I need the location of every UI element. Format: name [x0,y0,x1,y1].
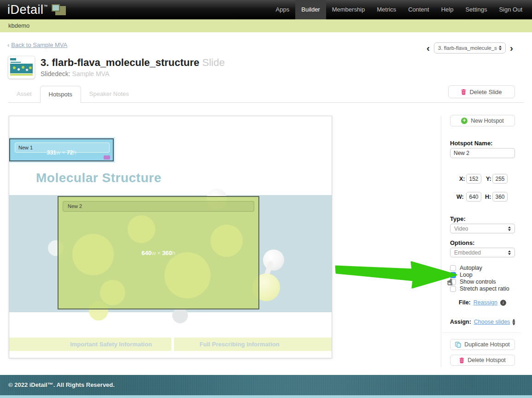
select-stepper-icon [508,226,511,231]
molecule-blob [128,215,155,243]
info-icon[interactable] [513,319,515,325]
file-label: File: [459,299,471,306]
account-name: kbdemo [8,22,29,29]
sidebar-divider [441,116,441,367]
options-label: Options: [450,239,474,246]
molecule-blob [100,280,125,305]
stretch-aspect-option: Stretch aspect ratio [450,285,509,292]
new-hotspot-button[interactable]: New Hotspot [450,115,515,126]
h-input[interactable] [492,192,508,202]
trademark-symbol: ™ [44,4,48,9]
slide-canvas[interactable]: Molecular Structure FlarbFlava New 1 331… [9,116,332,358]
x-input[interactable] [466,174,481,184]
select-stepper-icon [499,46,502,50]
logo-text: iDetail [7,2,44,18]
show-controls-label: Show controls [460,279,496,285]
nav-item-membership[interactable]: Membership [326,0,371,19]
loop-label: Loop [460,272,473,278]
topbar: iDetail™ Apps Builder Membership Metrics… [0,0,532,19]
page-title: 3. flarb-flava_molecule_structure Slide [41,57,225,69]
nav-item-settings[interactable]: Settings [459,0,493,19]
resize-handle[interactable] [104,155,110,160]
hotspot-new-2[interactable]: New 2 640w×360h [58,196,259,309]
hotspot-name-label: Hotspot Name: [450,140,492,147]
slidedeck-value: Sample MVA [72,70,110,77]
copy-icon [455,342,461,348]
next-slide-chevron-icon[interactable]: › [510,42,513,53]
molecule-blob [164,252,210,298]
slide-pager: ‹ 3. flarb-flava_molecule_s › [427,42,513,53]
y-label: Y: [486,176,491,182]
assign-label: Assign: [450,319,471,325]
options-select[interactable]: Embedded [450,248,515,257]
hotspot-2-dimensions: 640w×360h [58,249,258,256]
green-annotation-arrow [335,261,458,291]
slide-heading: Molecular Structure [36,171,161,185]
title-suffix: Slide [202,57,225,68]
molecule-sphere [172,308,188,323]
footer-accent-strip [0,395,532,398]
type-select-value: Video [454,226,468,232]
back-chevron-icon: ‹ [7,42,9,48]
y-input[interactable] [492,174,508,184]
file-row: File: Reassign [450,299,515,306]
top-navigation: Apps Builder Membership Metrics Content … [270,0,528,19]
copyright-text: © 2022 iDetail™. All Rights Reserved. [8,375,115,395]
choose-slides-link[interactable]: Choose slides [474,319,510,325]
autoplay-label: Autoplay [460,265,482,271]
logo-squares-icon [51,2,68,16]
info-icon[interactable] [500,300,506,306]
delete-slide-label: Delete Slide [469,89,502,95]
duplicate-hotspot-button[interactable]: Duplicate Hotspot [450,339,515,350]
hotspot-1-dimensions: 331w×72h [10,149,113,156]
slidedeck-label: Slidedeck: [41,70,70,77]
options-select-value: Embedded [454,249,481,256]
nav-item-metrics[interactable]: Metrics [371,0,402,19]
tab-speaker-notes[interactable]: Speaker Notes [81,86,137,103]
nav-item-content[interactable]: Content [402,0,435,19]
delete-hotspot-button[interactable]: Delete Hotspot [450,355,515,366]
new-hotspot-label: New Hotspot [471,118,504,124]
slide-number: 3. [41,57,49,68]
slide-select-value: 3. flarb-flava_molecule_s [438,45,497,51]
hand-cursor-icon: ☝ [447,277,452,287]
slidedeck-subtitle: Slidedeck:Sample MVA [41,70,109,77]
trash-icon [459,357,464,363]
nav-item-builder[interactable]: Builder [295,0,326,19]
duplicate-hotspot-label: Duplicate Hotspot [464,341,510,348]
w-input[interactable] [466,192,481,202]
plus-icon [461,118,468,124]
account-bar: kbdemo [0,19,532,32]
stretch-aspect-label: Stretch aspect ratio [460,285,509,292]
slide-name: flarb-flava_molecule_structure [52,57,199,68]
hotspot-name-input[interactable] [450,148,515,158]
app-logo[interactable]: iDetail™ [7,2,68,18]
slide-tabs: Asset Hotspots Speaker Notes [8,86,137,103]
nav-item-help[interactable]: Help [435,0,460,19]
delete-slide-button[interactable]: Delete Slide [448,85,515,98]
breadcrumb: ‹Back to Sample MVA [7,42,67,48]
h-label: H: [485,194,491,200]
pi-button: Full Prescribing Information [174,338,332,351]
sidebar-section-divider [442,333,520,333]
prev-slide-chevron-icon[interactable]: ‹ [427,42,430,53]
delete-hotspot-label: Delete Hotspot [468,357,506,363]
tab-asset[interactable]: Asset [8,86,40,103]
isi-button: Important Safety Information [9,338,171,351]
back-link[interactable]: Back to Sample MVA [11,42,67,48]
select-stepper-icon [508,250,511,255]
x-label: X: [459,176,465,182]
reassign-link[interactable]: Reassign [474,299,497,306]
tab-hotspots[interactable]: Hotspots [40,86,81,103]
slide-select[interactable]: 3. flarb-flava_molecule_s [434,42,506,53]
app-root: iDetail™ Apps Builder Membership Metrics… [0,0,532,398]
type-select[interactable]: Video [450,224,515,233]
nav-item-sign-out[interactable]: Sign Out [493,0,528,19]
slide-thumbnail [8,56,35,79]
trash-icon [461,89,466,95]
page-footer: © 2022 iDetail™. All Rights Reserved. [0,375,532,395]
w-label: W: [456,194,464,200]
type-label: Type: [450,215,466,222]
nav-item-apps[interactable]: Apps [270,0,296,19]
hotspot-new-1[interactable]: New 1 331w×72h [9,138,114,161]
